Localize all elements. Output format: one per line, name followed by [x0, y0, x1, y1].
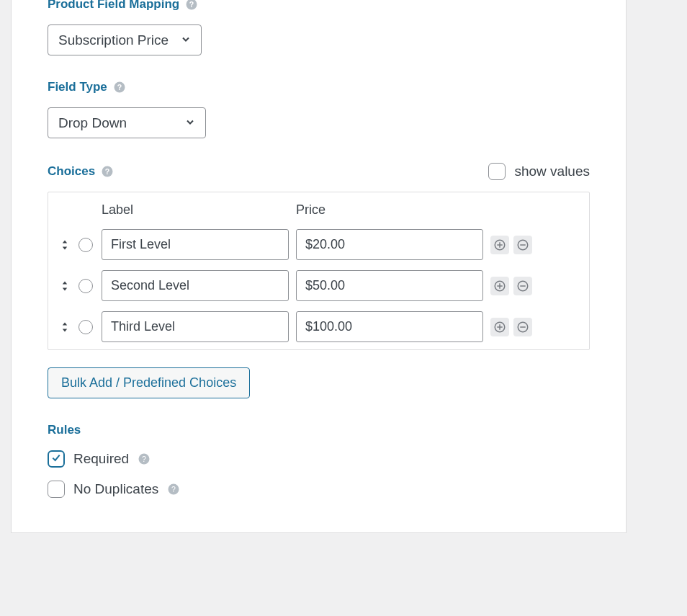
rules-label: Rules [48, 423, 590, 437]
svg-marker-20 [63, 322, 67, 325]
no-duplicates-toggle[interactable]: No Duplicates ? [48, 481, 590, 498]
default-choice-radio[interactable] [78, 238, 93, 252]
field-type-select-wrap: Drop Down [48, 107, 206, 138]
remove-row-button[interactable] [513, 318, 532, 336]
svg-marker-6 [63, 240, 67, 243]
drag-handle-icon[interactable] [58, 280, 71, 292]
field-type-select[interactable]: Drop Down [48, 107, 206, 138]
label-text: Product Field Mapping [48, 0, 179, 12]
required-toggle[interactable]: Required ? [48, 450, 590, 468]
choices-header: Choices ? show values [48, 163, 590, 180]
default-choice-radio[interactable] [78, 279, 93, 293]
drag-handle-icon[interactable] [58, 239, 71, 251]
column-header-label: Label [102, 202, 289, 219]
choice-label-input[interactable] [102, 311, 289, 342]
svg-text:?: ? [189, 0, 194, 9]
svg-text:?: ? [117, 83, 122, 91]
help-icon[interactable]: ? [101, 165, 114, 178]
add-row-button[interactable] [490, 318, 509, 336]
svg-text:?: ? [171, 485, 176, 494]
show-values-label: show values [514, 164, 590, 179]
checkbox-icon [48, 450, 65, 468]
default-choice-radio[interactable] [78, 320, 93, 334]
column-header-price: Price [296, 202, 483, 219]
show-values-toggle[interactable]: show values [488, 163, 590, 180]
label-text: Field Type [48, 80, 107, 94]
help-icon[interactable]: ? [167, 483, 180, 496]
settings-panel: Product Field Mapping ? Subscription Pri… [11, 0, 627, 533]
required-label: Required [73, 451, 129, 467]
svg-text:?: ? [105, 167, 109, 176]
product-field-mapping-select-wrap: Subscription Price [48, 24, 202, 55]
svg-marker-21 [63, 329, 67, 331]
product-field-mapping-label: Product Field Mapping ? [48, 0, 590, 12]
choices-box: Label Price [48, 192, 590, 350]
label-text: Choices [48, 164, 95, 179]
row-actions [490, 277, 541, 295]
row-actions [490, 318, 541, 336]
choice-price-input[interactable] [296, 270, 483, 301]
choice-label-input[interactable] [102, 229, 289, 260]
svg-marker-7 [63, 246, 67, 249]
product-field-mapping-select[interactable]: Subscription Price [48, 24, 202, 55]
drag-handle-icon[interactable] [58, 321, 71, 333]
svg-marker-13 [63, 281, 67, 284]
choice-price-input[interactable] [296, 229, 483, 260]
row-actions [490, 236, 541, 254]
add-row-button[interactable] [490, 277, 509, 295]
field-type-label: Field Type ? [48, 80, 590, 94]
choices-grid: Label Price [58, 202, 579, 342]
help-icon[interactable]: ? [185, 0, 198, 11]
svg-marker-14 [63, 287, 67, 290]
help-icon[interactable]: ? [138, 452, 151, 465]
remove-row-button[interactable] [513, 236, 532, 254]
bulk-add-button[interactable]: Bulk Add / Predefined Choices [48, 367, 250, 398]
no-duplicates-label: No Duplicates [73, 481, 158, 497]
choice-price-input[interactable] [296, 311, 483, 342]
add-row-button[interactable] [490, 236, 509, 254]
choices-label: Choices ? [48, 164, 114, 179]
remove-row-button[interactable] [513, 277, 532, 295]
checkbox-icon [488, 163, 506, 180]
help-icon[interactable]: ? [113, 81, 126, 94]
svg-text:?: ? [142, 455, 146, 463]
label-text: Rules [48, 423, 81, 437]
checkbox-icon [48, 481, 65, 498]
choice-label-input[interactable] [102, 270, 289, 301]
